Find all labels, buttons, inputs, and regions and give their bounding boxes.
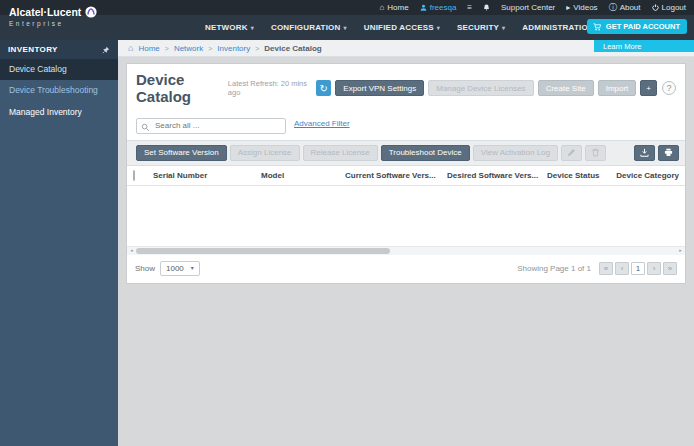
topbar-home-label: Home [387, 3, 408, 12]
select-all-checkbox[interactable] [133, 170, 135, 181]
chevron-down-icon: ▾ [344, 25, 347, 31]
show-label: Show [135, 264, 155, 273]
search-row: Advanced Filter [127, 111, 685, 140]
sidebar-item-device-catalog[interactable]: Device Catalog [0, 59, 118, 80]
column-device-status[interactable]: Device Status [547, 171, 611, 180]
pin-icon[interactable] [102, 46, 110, 54]
page-1-button[interactable]: 1 [631, 262, 645, 275]
learn-more-link[interactable]: Learn More [594, 40, 694, 52]
edit-icon [567, 148, 576, 157]
edit-button[interactable] [561, 145, 582, 161]
scrollbar-track[interactable] [136, 247, 676, 254]
manage-device-licenses-button[interactable]: Manage Device Licenses [428, 80, 533, 96]
download-button[interactable] [634, 145, 655, 161]
device-catalog-panel: Device Catalog Latest Refresh: 20 mins a… [126, 63, 686, 284]
header: ⌂Home freesqa ≡ Support Center ▸Videos ⓘ… [0, 0, 694, 40]
content: ⌂ Home > Network > Inventory > Device Ca… [118, 40, 694, 446]
page-size-select[interactable]: 1000 ▾ [160, 261, 200, 276]
topbar-user-label: freesqa [430, 3, 457, 12]
nav-item-configuration[interactable]: CONFIGURATION▾ [271, 23, 347, 32]
table-header: Serial Number Model Current Software Ver… [127, 166, 685, 186]
nav-configuration-label: CONFIGURATION [271, 23, 341, 32]
chevron-down-icon: ▾ [437, 25, 440, 31]
breadcrumb-home-icon: ⌂ [128, 44, 133, 53]
download-icon [640, 148, 649, 157]
delete-button[interactable] [585, 145, 606, 161]
main-area: INVENTORY Device Catalog Device Troubles… [0, 40, 694, 446]
search-box [136, 114, 286, 134]
breadcrumb-separator: > [255, 45, 259, 52]
import-button[interactable]: Import [598, 80, 637, 96]
logo[interactable]: Alcatel·Lucent Enterprise [0, 0, 118, 40]
next-page-button[interactable]: › [647, 262, 661, 275]
nav-item-security[interactable]: SECURITY▾ [457, 23, 505, 32]
bell-icon [483, 4, 490, 11]
sidebar-item-device-troubleshooting[interactable]: Device Troubleshooting [0, 80, 118, 101]
sidebar: INVENTORY Device Catalog Device Troubles… [0, 40, 118, 446]
topbar-videos-label: Videos [573, 3, 597, 12]
print-button[interactable] [658, 145, 679, 161]
scroll-right-arrow[interactable]: ▸ [676, 246, 685, 255]
search-icon [141, 118, 150, 136]
home-icon: ⌂ [379, 4, 384, 12]
nav-network-label: NETWORK [205, 23, 248, 32]
add-button[interactable]: + [640, 80, 657, 96]
sidebar-header: INVENTORY [0, 40, 118, 59]
column-device-category[interactable]: Device Category [611, 171, 679, 180]
topbar-videos-link[interactable]: ▸Videos [566, 3, 597, 12]
trash-icon [591, 148, 600, 157]
previous-page-button[interactable]: ‹ [615, 262, 629, 275]
topbar-about-label: About [620, 3, 641, 12]
learn-more-label: Learn More [603, 42, 641, 51]
help-button[interactable]: ? [662, 81, 676, 95]
last-page-button[interactable]: » [663, 262, 677, 275]
topbar-logout-link[interactable]: Logout [652, 3, 686, 12]
sidebar-item-managed-inventory[interactable]: Managed Inventory [0, 102, 118, 123]
brand-name: Alcatel·Lucent [9, 6, 81, 18]
release-license-button[interactable]: Release License [303, 145, 378, 161]
refresh-icon: ↻ [319, 83, 327, 94]
topbar-about-link[interactable]: ⓘAbout [609, 3, 641, 12]
scrollbar-thumb[interactable] [136, 248, 390, 254]
scroll-left-arrow[interactable]: ◂ [127, 246, 136, 255]
column-desired-software-version[interactable]: Desired Software Vers... [447, 171, 547, 180]
get-paid-account-button[interactable]: GET PAID ACCOUNT [587, 19, 687, 34]
user-icon [420, 4, 427, 11]
export-vpn-settings-button[interactable]: Export VPN Settings [335, 80, 424, 96]
get-paid-account-label: GET PAID ACCOUNT [606, 22, 680, 31]
advanced-filter-link[interactable]: Advanced Filter [294, 119, 350, 128]
breadcrumb-current: Device Catalog [264, 44, 321, 53]
nav-menus: NETWORK▾ CONFIGURATION▾ UNIFIED ACCESS▾ … [205, 15, 600, 40]
brand-logo-icon [85, 6, 97, 18]
info-icon: ⓘ [609, 4, 617, 12]
topbar-list-button[interactable]: ≡ [467, 4, 472, 12]
troubleshoot-device-button[interactable]: Troubleshoot Device [381, 145, 470, 161]
column-current-software-version[interactable]: Current Software Vers... [345, 171, 447, 180]
refresh-button[interactable]: ↻ [316, 80, 331, 96]
nav-administration-label: ADMINISTRATION [522, 23, 594, 32]
column-model[interactable]: Model [261, 171, 345, 180]
nav-item-unified-access[interactable]: UNIFIED ACCESS▾ [364, 23, 440, 32]
breadcrumb-home[interactable]: Home [138, 44, 159, 53]
topbar-notifications-button[interactable] [483, 4, 490, 11]
topbar-support-link[interactable]: Support Center [501, 3, 555, 12]
brand-sub: Enterprise [9, 20, 118, 27]
search-input[interactable] [136, 118, 286, 134]
create-site-button[interactable]: Create Site [538, 80, 594, 96]
breadcrumb-network[interactable]: Network [174, 44, 203, 53]
set-software-version-button[interactable]: Set Software Version [136, 145, 227, 161]
breadcrumb-inventory[interactable]: Inventory [217, 44, 250, 53]
view-activation-log-button[interactable]: View Activation Log [473, 145, 558, 161]
power-icon [652, 4, 659, 11]
first-page-button[interactable]: « [599, 262, 613, 275]
chevron-down-icon: ▾ [502, 25, 505, 31]
topbar-user-link[interactable]: freesqa [420, 3, 457, 12]
topbar-logout-label: Logout [662, 3, 686, 12]
table-footer: Show 1000 ▾ Showing Page 1 of 1 « ‹ 1 › … [127, 255, 685, 283]
assign-license-button[interactable]: Assign License [230, 145, 300, 161]
page-size-value: 1000 [166, 264, 184, 273]
column-serial-number[interactable]: Serial Number [153, 171, 261, 180]
latest-refresh-text: Latest Refresh: 20 mins ago [228, 79, 308, 97]
nav-item-network[interactable]: NETWORK▾ [205, 23, 254, 32]
topbar-home-link[interactable]: ⌂Home [379, 3, 408, 12]
